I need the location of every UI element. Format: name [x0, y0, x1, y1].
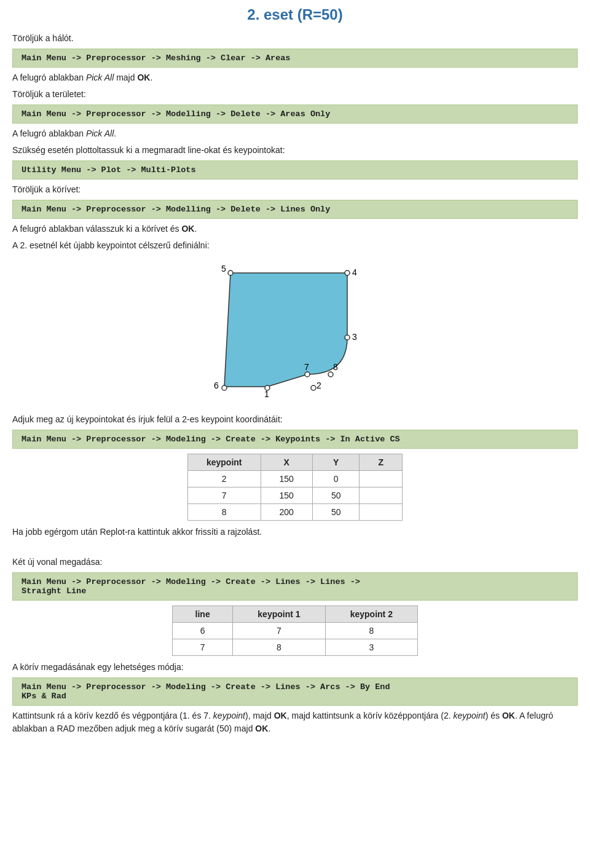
page-title: 2. eset (R=50)	[12, 6, 578, 23]
text-delete-territory: Töröljük a területet:	[12, 88, 578, 101]
text-arc-intro: A körív megadásának egy lehetséges módja…	[12, 661, 578, 674]
code-delete-lines: Main Menu -> Preprocessor -> Modelling -…	[12, 200, 578, 219]
table-row: 8 200 50	[187, 504, 402, 521]
shape-path	[224, 273, 347, 387]
table2-container: line keypoint 1 keypoint 2 6 7 8 7 8 3	[12, 606, 578, 656]
kp-num: 7	[187, 487, 261, 504]
kp3-dot	[345, 335, 350, 340]
code-create-lines: Main Menu -> Preprocessor -> Modeling ->…	[12, 572, 578, 601]
kp8-label: 8	[333, 362, 338, 372]
kp-z	[360, 471, 403, 487]
kp-y: 50	[312, 487, 360, 504]
text-delete-arc: Töröljük a körívet:	[12, 183, 578, 196]
code-create-arcs: Main Menu -> Preprocessor -> Modeling ->…	[12, 677, 578, 706]
col-keypoint: keypoint	[187, 454, 261, 471]
code-delete-areas: Main Menu -> Preprocessor -> Modelling -…	[12, 105, 578, 124]
kp7-label: 7	[304, 362, 309, 372]
kp-x: 150	[261, 471, 312, 487]
col-y: Y	[312, 454, 360, 471]
text-pick-all-1: A felugró ablakban Pick All majd OK.	[12, 71, 578, 84]
kp2-dot	[311, 385, 316, 390]
line-kp2: 3	[325, 639, 417, 656]
kp-x: 200	[261, 504, 312, 521]
code-clear-areas: Main Menu -> Preprocessor -> Meshing -> …	[12, 49, 578, 68]
table1-container: keypoint X Y Z 2 150 0 7 150 50	[12, 454, 578, 521]
text-arc-instructions: Kattintsunk rá a körív kezdő és végpontj…	[12, 709, 578, 735]
diagram-container: 5 4 3 8 7 2 1 6	[12, 261, 578, 408]
text-keypoint-intro: A 2. esetnél két újabb keypointot célsze…	[12, 239, 578, 252]
kp5-label: 5	[221, 264, 226, 274]
kp-z	[360, 487, 403, 504]
kp8-dot	[328, 372, 333, 377]
col-kp2: keypoint 2	[325, 606, 417, 623]
text-two-lines: Két új vonal megadása:	[12, 556, 578, 569]
kp-y: 0	[312, 471, 360, 487]
line-num: 6	[173, 623, 233, 639]
kp2-label: 2	[317, 381, 321, 390]
col-line: line	[173, 606, 233, 623]
line-num: 7	[173, 639, 233, 656]
kp-y: 50	[312, 504, 360, 521]
table-row: 6 7 8	[173, 623, 418, 639]
text-plot-hint: Szükség esetén plottoltassuk ki a megmar…	[12, 144, 578, 157]
page: 2. eset (R=50) Töröljük a hálót. Main Me…	[0, 0, 590, 751]
table-row: 2 150 0	[187, 471, 402, 487]
kp3-label: 3	[352, 332, 357, 342]
line-kp1: 7	[233, 623, 325, 639]
intro-text-1: Töröljük a hálót.	[12, 32, 578, 45]
lines-table: line keypoint 1 keypoint 2 6 7 8 7 8 3	[172, 606, 418, 656]
kp6-label: 6	[214, 381, 219, 390]
keypoints-table: keypoint X Y Z 2 150 0 7 150 50	[187, 454, 403, 521]
table-row: 7 8 3	[173, 639, 418, 656]
code-create-keypoints: Main Menu -> Preprocessor -> Modeling ->…	[12, 430, 578, 449]
kp4-dot	[345, 270, 350, 275]
kp-num: 2	[187, 471, 261, 487]
code-multi-plots: Utility Menu -> Plot -> Multi-Plots	[12, 160, 578, 180]
shape-diagram: 5 4 3 8 7 2 1 6	[172, 261, 418, 408]
text-keypoint-coords: Adjuk meg az új keypointokat és írjuk fe…	[12, 413, 578, 426]
kp4-label: 4	[352, 267, 357, 277]
col-kp1: keypoint 1	[233, 606, 325, 623]
text-select-arc: A felugró ablakban válasszuk ki a köríve…	[12, 223, 578, 235]
col-z: Z	[360, 454, 403, 471]
col-x: X	[261, 454, 312, 471]
line-kp1: 8	[233, 639, 325, 656]
kp1-label: 1	[264, 389, 269, 399]
table-row: 7 150 50	[187, 487, 402, 504]
kp5-dot	[228, 270, 233, 275]
kp-num: 8	[187, 504, 261, 521]
line-kp2: 8	[325, 623, 417, 639]
text-replot: Ha jobb egérgom után Replot-ra kattintuk…	[12, 526, 578, 539]
kp-x: 150	[261, 487, 312, 504]
kp6-dot	[222, 385, 227, 390]
text-pick-all-2: A felugró ablakban Pick All.	[12, 127, 578, 140]
kp7-dot	[305, 372, 310, 377]
kp-z	[360, 504, 403, 521]
